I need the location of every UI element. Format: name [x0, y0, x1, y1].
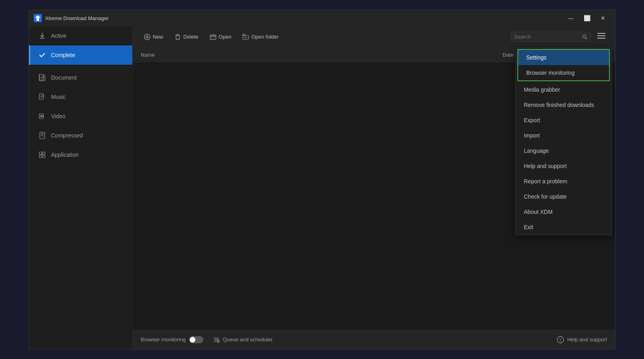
sidebar-item-complete[interactable]: Complete: [29, 45, 132, 65]
titlebar-left: Xtreme Download Manager: [34, 14, 109, 22]
svg-rect-7: [40, 132, 45, 139]
checkmark-icon: [38, 51, 46, 59]
toolbar: New Delete Open: [133, 26, 615, 48]
open-folder-button[interactable]: Open folder: [238, 31, 283, 43]
queue-scheduler-status[interactable]: Queue and scheduler: [213, 336, 273, 343]
dropdown-item-report-problem[interactable]: Report a problem: [516, 174, 611, 189]
dropdown-item-import[interactable]: Import: [516, 128, 611, 143]
sidebar-item-document[interactable]: Document: [29, 68, 132, 87]
video-label: Video: [51, 113, 66, 119]
dropdown-item-help-support[interactable]: Help and support: [516, 158, 611, 174]
music-icon: [38, 93, 46, 101]
browser-monitoring-toggle[interactable]: [189, 336, 203, 343]
svg-rect-13: [39, 155, 42, 158]
app-title: Xtreme Download Manager: [45, 15, 109, 21]
dropdown-item-media-grabber[interactable]: Media grabber: [516, 82, 611, 97]
application-label: Application: [51, 152, 79, 158]
open-button[interactable]: Open: [205, 31, 236, 43]
svg-rect-12: [43, 152, 45, 154]
delete-button[interactable]: Delete: [170, 31, 203, 43]
search-icon: [582, 34, 587, 40]
dropdown-item-language[interactable]: Language: [516, 143, 611, 158]
queue-scheduler-label: Queue and scheduler: [223, 336, 273, 343]
search-box[interactable]: [511, 32, 591, 42]
active-label: Active: [51, 33, 66, 39]
browser-monitoring-status[interactable]: Browser monitoring: [141, 336, 203, 343]
download-icon: [38, 32, 46, 40]
settings-group: Settings Browser monitoring: [517, 49, 610, 81]
music-label: Music: [51, 94, 66, 100]
help-support-label: Help and support: [567, 336, 607, 343]
column-name: Name: [141, 52, 502, 58]
new-button[interactable]: New: [139, 31, 168, 43]
new-label: New: [153, 34, 163, 40]
sidebar-item-compressed[interactable]: Compressed: [29, 126, 132, 145]
sidebar: Active Complete: [29, 26, 133, 349]
help-support-status[interactable]: ? Help and support: [557, 336, 607, 343]
video-icon: [38, 112, 46, 120]
maximize-button[interactable]: ⬜: [580, 12, 594, 24]
titlebar-controls: — ⬜ ✕: [564, 12, 610, 24]
open-label: Open: [219, 34, 232, 40]
svg-line-20: [586, 38, 587, 39]
menu-button[interactable]: [594, 30, 609, 43]
dropdown-item-about-xdm[interactable]: About XDM: [516, 204, 611, 220]
search-input[interactable]: [514, 34, 580, 40]
svg-rect-1: [39, 74, 43, 80]
sidebar-item-music[interactable]: Music: [29, 87, 132, 107]
statusbar-right: ? Help and support: [557, 336, 607, 343]
sidebar-item-video[interactable]: Video: [29, 107, 132, 126]
app-icon: [34, 14, 42, 22]
svg-rect-14: [43, 155, 45, 158]
sidebar-categories: Document Music: [29, 65, 132, 168]
sidebar-item-application[interactable]: Application: [29, 145, 132, 164]
hamburger-icon: [597, 33, 605, 39]
dropdown-item-exit[interactable]: Exit: [516, 220, 611, 235]
main-window: Xtreme Download Manager — ⬜ ✕ Active: [29, 10, 615, 349]
queue-icon: [213, 336, 219, 343]
dropdown-item-settings[interactable]: Settings: [518, 50, 609, 65]
complete-label: Complete: [51, 52, 75, 58]
content-area: New Delete Open: [133, 26, 615, 349]
main-content: Active Complete: [29, 26, 615, 349]
toolbar-right: [511, 30, 609, 43]
application-icon: [38, 151, 46, 159]
compressed-label: Compressed: [51, 132, 83, 139]
compressed-icon: [38, 131, 46, 139]
dropdown-item-check-update[interactable]: Check for update: [516, 189, 611, 204]
open-folder-label: Open folder: [251, 34, 279, 40]
svg-text:?: ?: [560, 337, 562, 342]
minimize-button[interactable]: —: [564, 12, 578, 24]
dropdown-menu: Settings Browser monitoring Media grabbe…: [515, 48, 612, 235]
document-label: Document: [51, 74, 77, 81]
delete-label: Delete: [183, 34, 199, 40]
sidebar-item-active[interactable]: Active: [29, 26, 132, 45]
browser-monitoring-label: Browser monitoring: [141, 336, 186, 343]
help-icon: ?: [557, 336, 564, 343]
svg-rect-11: [39, 152, 42, 154]
document-icon: [38, 74, 46, 82]
dropdown-item-browser-monitoring[interactable]: Browser monitoring: [518, 65, 609, 80]
titlebar: Xtreme Download Manager — ⬜ ✕: [29, 10, 615, 26]
dropdown-item-export[interactable]: Export: [516, 113, 611, 128]
dropdown-item-remove-finished[interactable]: Remove finished downloads: [516, 97, 611, 113]
statusbar: Browser monitoring Queue and scheduler: [133, 330, 615, 349]
close-button[interactable]: ✕: [596, 12, 610, 24]
